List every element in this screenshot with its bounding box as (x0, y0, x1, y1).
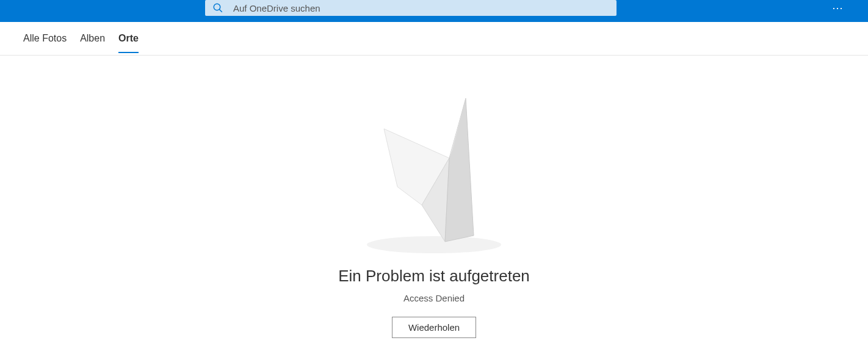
error-message: Access Denied (403, 293, 465, 303)
tab-albums[interactable]: Alben (80, 24, 105, 52)
svg-marker-5 (445, 98, 474, 242)
header-actions: ⋯ (832, 1, 844, 15)
error-content: Ein Problem ist aufgetreten Access Denie… (0, 56, 868, 338)
more-icon[interactable]: ⋯ (832, 1, 844, 15)
svg-point-2 (367, 236, 501, 253)
tab-all-photos[interactable]: Alle Fotos (23, 24, 67, 52)
search-container[interactable] (205, 0, 617, 16)
search-input[interactable] (233, 3, 609, 13)
paper-plane-icon (349, 92, 519, 257)
svg-point-0 (214, 4, 220, 10)
tab-places[interactable]: Orte (118, 24, 139, 52)
svg-line-1 (219, 9, 222, 12)
search-icon (212, 2, 223, 13)
tab-bar: Alle Fotos Alben Orte (0, 22, 868, 56)
app-header: ⋯ (0, 0, 868, 22)
retry-button[interactable]: Wiederholen (392, 317, 476, 338)
error-title: Ein Problem ist aufgetreten (338, 267, 530, 286)
